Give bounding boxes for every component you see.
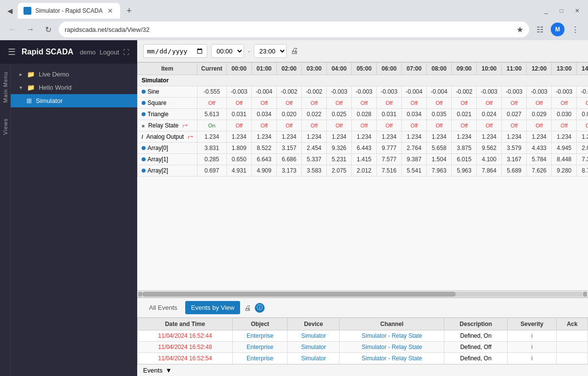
tab-title: Simulator - Rapid SCADA xyxy=(35,7,102,14)
row-square-name: Square xyxy=(138,98,197,109)
event-desc-1: Defined, On xyxy=(444,330,508,342)
event-desc-3: Defined, On xyxy=(444,353,508,364)
row-array1-name: Array[1] xyxy=(138,154,197,165)
col-1300: 13:00 xyxy=(552,63,577,75)
col-item: Item xyxy=(138,63,197,75)
tab-all-events[interactable]: All Events xyxy=(143,301,183,314)
events-col-severity: Severity xyxy=(508,318,557,330)
forward-button[interactable]: → xyxy=(24,23,37,36)
events-col-object: Object xyxy=(233,318,288,330)
sidebar: ☰ Rapid SCADA demo Logout ⛶ Main Menu Vi… xyxy=(0,40,137,376)
main-menu-side-tab[interactable]: Main Menu xyxy=(1,68,10,106)
col-0900: 09:00 xyxy=(452,63,477,75)
folder-icon: 📁 xyxy=(27,71,35,78)
col-0800: 08:00 xyxy=(427,63,452,75)
tab-history-back[interactable]: ◀ xyxy=(4,5,16,17)
dot-icon xyxy=(142,90,146,94)
chevron-right-icon: ► xyxy=(19,72,23,77)
col-current: Current xyxy=(197,63,226,75)
col-1100: 11:00 xyxy=(502,63,527,75)
row-relay-name: ■ Relay State ⮣ xyxy=(138,120,197,131)
table-row: Square Off OffOffOff OffOffOff OffOffOff… xyxy=(138,98,588,109)
event-datetime-2: 11/04/2024 16:52:48 xyxy=(138,342,233,353)
dot-icon xyxy=(142,101,146,105)
date-picker[interactable] xyxy=(143,44,207,58)
back-button[interactable]: ← xyxy=(6,23,20,36)
logout-button[interactable]: Logout xyxy=(99,49,119,56)
close-window-button[interactable]: ✕ xyxy=(570,4,584,18)
tab-events-by-view[interactable]: Events by View xyxy=(185,301,241,314)
views-side-tab[interactable]: Views xyxy=(1,114,10,139)
scroll-left-arrow[interactable] xyxy=(138,292,142,297)
row-triangle-current: 5.613 xyxy=(197,109,226,120)
event-device-2: Simulator xyxy=(288,342,340,353)
app-title: Rapid SCADA xyxy=(22,48,74,56)
event-ack-3 xyxy=(557,353,588,364)
url-bar[interactable]: rapidscada.net/scada/View/32 ★ xyxy=(59,22,529,37)
events-print-button[interactable]: 🖨 xyxy=(244,304,251,312)
maximize-button[interactable]: □ xyxy=(555,4,568,18)
sidebar-item-live-demo[interactable]: ► 📁 Live Demo xyxy=(11,68,137,81)
relay-icon: ■ xyxy=(142,123,145,128)
table-scroll-container[interactable]: Item Current 00:00 01:00 02:00 03:00 04:… xyxy=(137,62,588,290)
arrow-icon: ⮣ xyxy=(182,123,188,128)
table-row: ■ Relay State ⮣ On OffOffOff OffOffOff O… xyxy=(138,120,588,131)
events-footer: Events ▼ xyxy=(137,364,588,376)
row-array0-current: 3.831 xyxy=(197,143,226,154)
minimize-button[interactable]: ⎯ xyxy=(539,4,553,18)
group-row-simulator: Simulator xyxy=(138,75,588,86)
tab-favicon xyxy=(24,7,31,15)
sidebar-nav: ► 📁 Live Demo ▼ 📁 Hello World ⊞ Simulato… xyxy=(11,64,137,376)
demo-user-label: demo xyxy=(80,49,96,56)
events-section: All Events Events by View 🖨 ⓘ Date and T… xyxy=(137,297,588,376)
event-device-1: Simulator xyxy=(288,330,340,342)
sidebar-top-actions: demo Logout ⛶ xyxy=(80,49,129,56)
row-relay-current: On xyxy=(197,120,226,131)
profile-button[interactable]: M xyxy=(551,23,564,36)
horizontal-scrollbar[interactable] xyxy=(137,290,588,297)
events-info-button[interactable]: ⓘ xyxy=(255,303,265,313)
event-object-2: Enterprise xyxy=(233,342,288,353)
extensions-button[interactable]: ☷ xyxy=(533,23,547,36)
time-end-select[interactable]: 22:0023:00 xyxy=(254,44,287,58)
row-sine-name: Sine xyxy=(138,86,197,98)
scroll-thumb[interactable] xyxy=(142,292,456,297)
event-channel-3: Simulator - Relay State xyxy=(340,353,444,364)
row-triangle-name: Triangle xyxy=(138,109,197,120)
events-col-description: Description xyxy=(444,318,508,330)
main-content: 00:00 01:0002:0003:00 - 22:0023:00 🖨 Ite… xyxy=(137,40,588,376)
events-col-device: Device xyxy=(288,318,340,330)
sidebar-item-hello-world[interactable]: ▼ 📁 Hello World xyxy=(11,81,137,94)
fullscreen-button[interactable]: ⛶ xyxy=(123,49,129,56)
events-col-ack: Ack xyxy=(557,318,588,330)
col-0300: 03:00 xyxy=(301,63,326,75)
scroll-track[interactable] xyxy=(142,292,583,297)
address-bar: ← → ↻ rapidscada.net/scada/View/32 ★ ☷ M… xyxy=(0,19,588,40)
events-chevron-icon[interactable]: ▼ xyxy=(166,367,172,374)
new-tab-button[interactable]: + xyxy=(122,4,136,18)
table-row: Triangle 5.613 0.0310.0340.020 0.0220.02… xyxy=(138,109,588,120)
table-row: Array[0] 3.831 1.8098.5223.157 2.4549.32… xyxy=(138,143,588,154)
time-start-select[interactable]: 00:00 01:0002:0003:00 xyxy=(211,44,244,58)
print-button[interactable]: 🖨 xyxy=(291,47,298,55)
row-array2-name: Array[2] xyxy=(138,165,197,176)
reload-button[interactable]: ↻ xyxy=(41,23,55,36)
sidebar-item-label: Live Demo xyxy=(39,71,129,78)
folder-open-icon: 📁 xyxy=(27,84,35,91)
col-0100: 01:00 xyxy=(251,63,276,75)
bookmark-icon[interactable]: ★ xyxy=(516,25,523,34)
scroll-right-arrow[interactable] xyxy=(583,292,587,297)
row-array1-current: 0.285 xyxy=(197,154,226,165)
hamburger-icon[interactable]: ☰ xyxy=(8,47,16,57)
events-col-datetime: Date and Time xyxy=(138,318,233,330)
event-ack-2 xyxy=(557,342,588,353)
col-0600: 06:00 xyxy=(377,63,402,75)
event-row: 11/04/2024 16:52:48 Enterprise Simulator… xyxy=(138,342,588,353)
time-separator: - xyxy=(248,48,250,55)
tab-close-button[interactable]: ✕ xyxy=(106,7,114,15)
col-0200: 02:00 xyxy=(276,63,301,75)
browser-tab-active: Simulator - Rapid SCADA ✕ xyxy=(18,3,120,19)
event-object-1: Enterprise xyxy=(233,330,288,342)
sidebar-item-simulator[interactable]: ⊞ Simulator xyxy=(11,94,137,107)
browser-menu-button[interactable]: ⋮ xyxy=(568,23,582,36)
